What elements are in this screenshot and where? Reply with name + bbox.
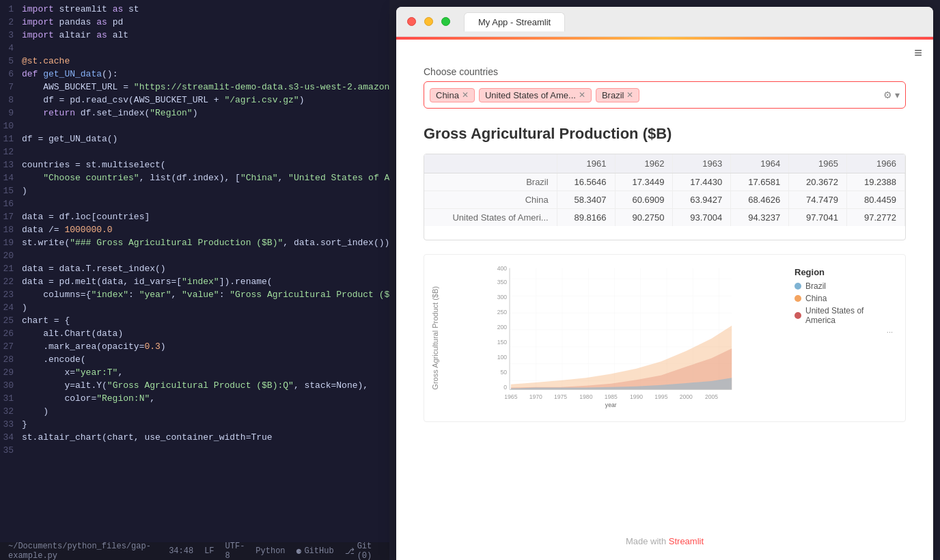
china-legend-label: China	[805, 294, 827, 303]
code-line: 24)	[0, 303, 389, 316]
usa-legend-label: United States of America	[805, 306, 893, 325]
code-line: 14 "Choose countries", list(df.index), […	[0, 173, 389, 186]
git-status: ⎇ Git (0)	[345, 542, 381, 560]
usa-tag[interactable]: United States of Ame... ✕	[479, 88, 592, 102]
brazil-tag[interactable]: Brazil ✕	[596, 88, 640, 102]
code-line: 18data /= 1000000.0	[0, 225, 389, 238]
svg-text:100: 100	[497, 354, 508, 361]
code-line: 7 AWS_BUCKET_URL = "https://streamlit-de…	[0, 82, 389, 95]
table-row: United States of Ameri...89.816690.27509…	[424, 209, 905, 227]
code-line: 1import streamlit as st	[0, 4, 389, 17]
table-row: China58.340760.690963.942768.462674.7479…	[424, 191, 905, 209]
col-1964: 1964	[731, 154, 789, 173]
code-line: 21data = data.T.reset_index()	[0, 264, 389, 277]
code-line: 12	[0, 147, 389, 160]
svg-text:1970: 1970	[529, 393, 542, 400]
value-cell: 17.6581	[731, 173, 789, 191]
line-content	[22, 251, 384, 261]
y-axis-label: Gross Agricultural Product ($B)	[431, 286, 439, 390]
code-line: 27 .mark_area(opacity=0.3)	[0, 341, 389, 354]
line-number: 25	[0, 316, 22, 326]
line-content: .encode(	[22, 354, 384, 365]
main-content: Choose countries China ✕ United States o…	[396, 66, 933, 522]
value-cell: 19.2388	[847, 173, 905, 191]
svg-text:250: 250	[497, 309, 508, 316]
close-button[interactable]	[407, 17, 416, 26]
line-number: 12	[0, 147, 22, 157]
footer: Made with Streamlit	[396, 522, 933, 560]
line-content	[22, 199, 384, 209]
line-number: 23	[0, 290, 22, 300]
code-line: 15)	[0, 186, 389, 199]
china-tag[interactable]: China ✕	[430, 88, 475, 102]
svg-text:350: 350	[497, 279, 508, 285]
brazil-tag-close[interactable]: ✕	[626, 90, 633, 100]
line-content: def get_UN_data():	[22, 69, 384, 79]
region-cell: United States of Ameri...	[424, 209, 557, 227]
code-content: 1import streamlit as st2import pandas as…	[0, 0, 389, 542]
menu-icon[interactable]: ≡	[914, 45, 922, 61]
chart-legend: Region Brazil China United States of Ame…	[789, 262, 898, 415]
line-number: 1	[0, 4, 22, 14]
active-tab[interactable]: My App - Streamlit	[464, 12, 565, 31]
line-number: 3	[0, 30, 22, 40]
svg-text:300: 300	[497, 294, 508, 300]
line-content: st.write("### Gross Agricultural Product…	[22, 238, 389, 248]
value-cell: 97.7041	[789, 209, 847, 227]
china-tag-close[interactable]: ✕	[462, 90, 469, 100]
svg-text:400: 400	[497, 265, 508, 272]
value-cell: 58.3407	[557, 191, 615, 209]
line-number: 21	[0, 264, 22, 274]
usa-color-dot	[794, 312, 801, 319]
code-line: 22data = pd.melt(data, id_vars=["index"]…	[0, 277, 389, 290]
svg-text:1990: 1990	[630, 393, 643, 400]
minimize-button[interactable]	[424, 17, 433, 26]
line-number: 18	[0, 225, 22, 235]
code-line: 19st.write("### Gross Agricultural Produ…	[0, 238, 389, 251]
line-content: data = df.loc[countries]	[22, 212, 384, 222]
value-cell: 17.3449	[615, 173, 673, 191]
line-content	[22, 445, 384, 456]
line-number: 15	[0, 186, 22, 196]
legend-item-brazil: Brazil	[794, 281, 893, 291]
app-content: ≡ Choose countries China ✕ United States…	[396, 37, 933, 560]
region-cell: Brazil	[424, 173, 557, 191]
line-number: 32	[0, 406, 22, 417]
svg-text:1980: 1980	[579, 393, 592, 400]
col-1962: 1962	[615, 154, 673, 173]
line-content: import pandas as pd	[22, 17, 384, 27]
usa-tag-close[interactable]: ✕	[579, 90, 585, 100]
value-cell: 74.7479	[789, 191, 847, 209]
code-line: 34st.altair_chart(chart, use_container_w…	[0, 432, 389, 445]
code-line: 23 columns={"index": "year", "value": "G…	[0, 290, 389, 303]
code-line: 5@st.cache	[0, 56, 389, 69]
line-content: df = pd.read_csv(AWS_BUCKET_URL + "/agri…	[22, 95, 384, 105]
area-chart-svg: 0 50 100 150 200 250 300 350 400 1965 19…	[446, 262, 782, 412]
code-line: 29 x="year:T",	[0, 367, 389, 380]
region-cell: China	[424, 191, 557, 209]
legend-more-options[interactable]: ···	[794, 328, 893, 336]
code-line: 31 color="Region:N",	[0, 393, 389, 406]
maximize-button[interactable]	[441, 17, 450, 26]
code-line: 9 return df.set_index("Region")	[0, 108, 389, 121]
line-number: 9	[0, 108, 22, 118]
code-line: 11df = get_UN_data()	[0, 134, 389, 147]
value-cell: 16.5646	[557, 173, 615, 191]
line-number: 10	[0, 121, 22, 131]
line-number: 6	[0, 69, 22, 79]
line-content: return df.set_index("Region")	[22, 108, 384, 118]
value-cell: 60.6909	[615, 191, 673, 209]
line-number: 16	[0, 199, 22, 209]
multiselect-gear-icon[interactable]: ⚙ ▾	[883, 89, 900, 100]
table-row: Brazil16.564617.344917.443017.658120.367…	[424, 173, 905, 191]
code-line: 28 .encode(	[0, 354, 389, 367]
col-1963: 1963	[673, 154, 731, 173]
line-content: y=alt.Y("Gross Agricultural Product ($B)…	[22, 380, 384, 391]
countries-multiselect[interactable]: China ✕ United States of Ame... ✕ Brazil…	[424, 81, 906, 109]
cursor-position: 34:48	[169, 546, 193, 556]
value-cell: 89.8166	[557, 209, 615, 227]
file-path: ~/Documents/python_files/gap-example.py	[8, 542, 158, 560]
legend-title: Region	[794, 267, 893, 277]
streamlit-link[interactable]: Streamlit	[669, 536, 704, 546]
charset: UTF-8	[225, 542, 245, 560]
